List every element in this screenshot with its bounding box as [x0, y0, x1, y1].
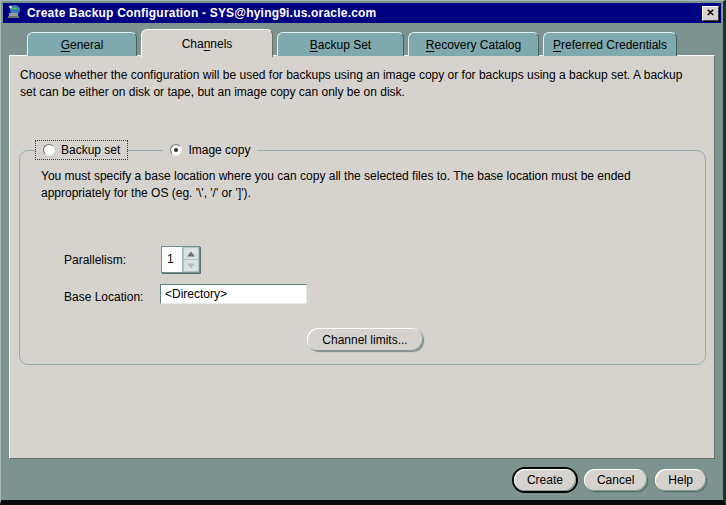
tab-general[interactable]: General: [27, 32, 137, 56]
parallelism-spinner[interactable]: 1: [161, 246, 200, 273]
parallelism-label: Parallelism:: [64, 253, 126, 267]
radio-unchecked-icon: [43, 144, 55, 156]
tab-backup-set[interactable]: Backup Set: [277, 32, 404, 56]
tab-channels[interactable]: Channels: [141, 29, 273, 57]
window-title: Create Backup Configuration - SYS@hying9…: [27, 6, 702, 20]
close-icon: ✕: [706, 7, 714, 18]
parallelism-value[interactable]: 1: [162, 247, 182, 272]
create-button[interactable]: Create: [514, 469, 576, 491]
radio-checked-icon: [170, 144, 182, 156]
tab-bar: General Channels Backup Set Recovery Cat…: [1, 23, 723, 55]
description-text: Choose whether the configuration will be…: [20, 67, 698, 101]
image-copy-radio-label: Image copy: [188, 143, 250, 157]
title-bar: Create Backup Configuration - SYS@hying9…: [3, 3, 721, 23]
close-button[interactable]: ✕: [702, 6, 719, 21]
spinner-buttons: [182, 247, 199, 272]
app-icon: [7, 4, 22, 22]
tab-recovery-catalog[interactable]: Recovery Catalog: [408, 32, 539, 56]
base-location-note: You must specify a base location where y…: [41, 168, 665, 202]
backup-set-radio-label: Backup set: [61, 143, 120, 157]
spinner-up-icon[interactable]: [183, 247, 199, 259]
base-location-input[interactable]: [160, 284, 307, 304]
channels-tab-panel: Choose whether the configuration will be…: [9, 55, 715, 459]
tab-preferred-credentials[interactable]: Preferred Credentials: [543, 32, 677, 56]
help-button[interactable]: Help: [655, 469, 706, 491]
channel-type-radio-group: Backup set Image copy: [36, 141, 257, 159]
spinner-down-icon[interactable]: [183, 259, 199, 272]
channel-limits-button[interactable]: Channel limits...: [307, 328, 423, 351]
image-copy-radio[interactable]: Image copy: [163, 141, 257, 159]
footer-button-bar: Create Cancel Help: [1, 459, 723, 500]
channel-type-groupbox: Backup set Image copy You must specify a…: [19, 150, 706, 365]
backup-set-radio[interactable]: Backup set: [36, 141, 127, 159]
cancel-button[interactable]: Cancel: [584, 469, 647, 491]
create-backup-configuration-dialog: Create Backup Configuration - SYS@hying9…: [0, 0, 726, 505]
base-location-label: Base Location:: [64, 290, 143, 304]
